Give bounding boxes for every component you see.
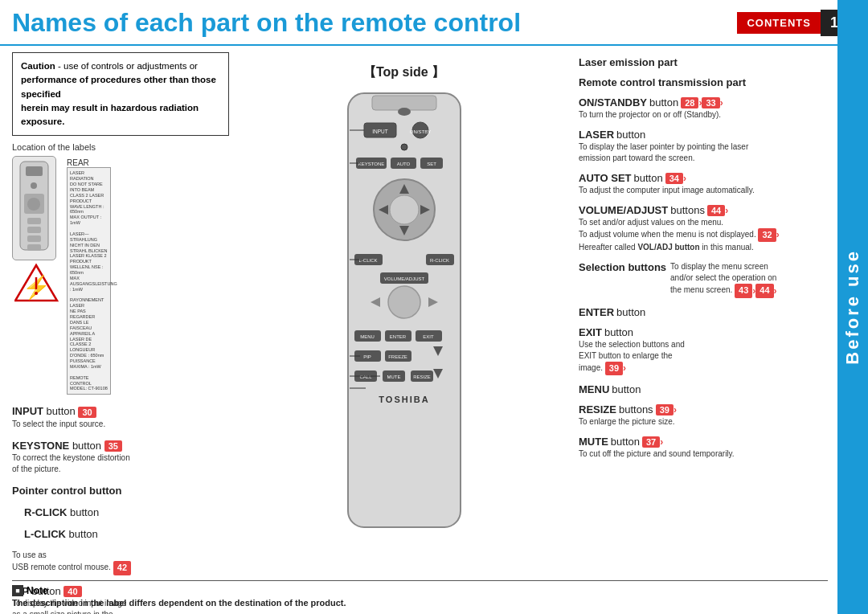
svg-text:VOLUME/ADJUST: VOLUME/ADJUST	[383, 276, 424, 281]
menu-button-title: MENU button	[579, 383, 828, 395]
top-side-label: 【Top side 】	[363, 64, 444, 81]
svg-rect-6	[27, 227, 41, 233]
mute-button-title: MUTE button 37›	[579, 436, 828, 448]
lclick-button-title: L-CLICK button	[24, 528, 229, 540]
svg-point-43	[388, 286, 420, 318]
caution-text3: herein may result in hazardous radiation…	[21, 103, 199, 126]
left-column: Caution - use of controls or adjustments…	[12, 52, 229, 604]
svg-rect-8	[27, 244, 41, 251]
contents-button[interactable]: CONTENTS	[737, 12, 821, 34]
exit-button-desc: Use the selection buttons and EXIT butto…	[579, 339, 828, 375]
caution-prefix: Caution	[21, 61, 55, 71]
mute-button-desc: To cut off the picture and sound tempora…	[579, 448, 828, 460]
volume-button-entry: VOLUME/ADJUST buttons 44› To set and/or …	[579, 204, 828, 253]
remote-front-image: ⚡	[12, 156, 60, 305]
svg-rect-1	[26, 166, 43, 176]
mute-button-entry: MUTE button 37› To cut off the picture a…	[579, 436, 828, 460]
note-section: ■ Note The description in the label diff…	[12, 580, 828, 608]
svg-text:FREEZE: FREEZE	[388, 354, 407, 359]
input-button-entry: INPUT button 30 To select the input sour…	[12, 405, 229, 430]
svg-text:R-CLICK: R-CLICK	[429, 258, 448, 263]
resize-buttons-entry: RESIZE buttons 39› To enlarge the pictur…	[579, 403, 828, 428]
volume-button-title: VOLUME/ADJUST buttons 44›	[579, 204, 828, 216]
svg-text:CALL: CALL	[359, 375, 372, 379]
autoset-button-title: AUTO SET button 34›	[579, 172, 828, 184]
caution-box: Caution - use of controls or adjustments…	[12, 52, 229, 136]
laser-button-entry: LASER button To display the laser pointe…	[579, 129, 828, 164]
svg-point-2	[31, 182, 37, 189]
caution-text1: - use of controls or adjustments or	[55, 61, 198, 71]
keystone-button-entry: KEYSTONE button 35 To correct the keysto…	[12, 440, 229, 476]
warning-triangle: ⚡	[12, 260, 60, 305]
svg-text:RESIZE: RESIZE	[413, 375, 431, 379]
rclick-button-title: R-CLICK button	[24, 506, 229, 518]
laser-button-desc: To display the laser pointer by pointing…	[579, 141, 828, 164]
note-label: Note	[27, 585, 48, 596]
input-button-title: INPUT button 30	[12, 405, 229, 418]
note-title: ■ Note	[12, 585, 828, 596]
pointer-button-title: Pointer control button	[12, 485, 229, 497]
label-images: ⚡ REAR LASER RADIATION DO NOT STARE INTO…	[12, 156, 229, 395]
enter-button-title: ENTER button	[579, 306, 828, 318]
remote-control-svg: INPUT ON/STBY KEYSTONE AUTO SET	[316, 89, 493, 539]
svg-text:EXIT: EXIT	[423, 334, 434, 339]
autoset-button-entry: AUTO SET button 34› To adjust the comput…	[579, 172, 828, 196]
right-button-entries: Laser emission part Remote control trans…	[579, 56, 828, 460]
location-label: Location of the labels	[12, 142, 229, 152]
svg-text:AUTO: AUTO	[396, 162, 410, 166]
svg-text:ENTER: ENTER	[389, 334, 406, 339]
header: Names of each part on the remote control…	[0, 0, 868, 46]
laser-emission-title: Laser emission part	[579, 56, 828, 68]
rc-transmission-entry: Remote control transmission part	[579, 76, 828, 88]
selection-buttons-title-col: Selection buttons	[579, 261, 666, 273]
exit-button-entry: EXIT button Use the selection buttons an…	[579, 326, 828, 375]
sidebar-right: Before use	[837, 0, 868, 614]
selection-buttons-title: Selection buttons	[579, 261, 666, 273]
pointer-button-entry: Pointer control button	[12, 485, 229, 497]
volume-button-desc: To set and/or adjust values on the menu.…	[579, 217, 828, 253]
note-text: The description in the label differs dep…	[12, 598, 828, 608]
laser-emission-entry: Laser emission part	[579, 56, 828, 68]
main-content: Caution - use of controls or adjustments…	[0, 46, 868, 610]
svg-rect-7	[27, 235, 41, 242]
selection-buttons-desc: To display the menu screen and/or select…	[670, 261, 777, 297]
svg-text:INPUT: INPUT	[372, 129, 388, 134]
svg-text:KEYSTONE: KEYSTONE	[358, 162, 384, 166]
svg-text:MENU: MENU	[360, 334, 375, 339]
sidebar-label: Before use	[842, 249, 863, 365]
resize-buttons-title: RESIZE buttons 39›	[579, 403, 828, 415]
svg-text:L-CLICK: L-CLICK	[358, 258, 377, 263]
remote-svg-container: INPUT ON/STBY KEYSTONE AUTO SET	[316, 89, 493, 542]
labels-section: Location of the labels	[12, 142, 229, 395]
menu-button-entry: MENU button	[579, 383, 828, 395]
resize-buttons-desc: To enlarge the picture size.	[579, 416, 828, 428]
page-title: Names of each part on the remote control	[12, 8, 521, 38]
onstandby-button-desc: To turn the projector on or off (Standby…	[579, 109, 828, 121]
svg-text:ON/STBY: ON/STBY	[409, 129, 430, 134]
svg-text:MUTE: MUTE	[387, 375, 400, 379]
laser-button-title: LASER button	[579, 129, 828, 141]
svg-text:TOSHIBA: TOSHIBA	[379, 395, 429, 404]
caution-text2: performance of procedures other than tho…	[21, 75, 216, 98]
rclick-button-entry: R-CLICK button	[24, 506, 229, 518]
svg-point-15	[398, 108, 411, 116]
right-column: Laser emission part Remote control trans…	[579, 52, 828, 604]
autoset-button-desc: To adjust the computer input image autom…	[579, 185, 828, 196]
remote-small-img	[12, 156, 56, 260]
enter-button-entry: ENTER button	[579, 306, 828, 318]
note-icon: ■	[12, 585, 23, 596]
keystone-button-title: KEYSTONE button 35	[12, 440, 229, 452]
svg-text:PIP: PIP	[363, 354, 371, 359]
keystone-button-desc: To correct the keystone distortionof the…	[12, 452, 229, 475]
rear-label: REAR	[67, 158, 111, 167]
rear-section: REAR LASER RADIATION DO NOT STARE INTO B…	[67, 156, 111, 395]
usb-note-desc: To use as USB remote control mouse.42	[12, 550, 229, 575]
selection-buttons-entry: Selection buttons To display the menu sc…	[579, 261, 828, 297]
usb-note-entry: To use as USB remote control mouse.42	[12, 550, 229, 575]
onstandby-button-title: ON/STANDBY button 28› 33›	[579, 96, 828, 108]
lclick-button-entry: L-CLICK button	[24, 528, 229, 540]
center-column: 【Top side 】 INPUT ON/STBY KEYSTONE	[237, 52, 571, 604]
onstandby-button-entry: ON/STANDBY button 28› 33› To turn the pr…	[579, 96, 828, 121]
svg-rect-5	[27, 218, 41, 224]
svg-point-12	[35, 292, 38, 295]
